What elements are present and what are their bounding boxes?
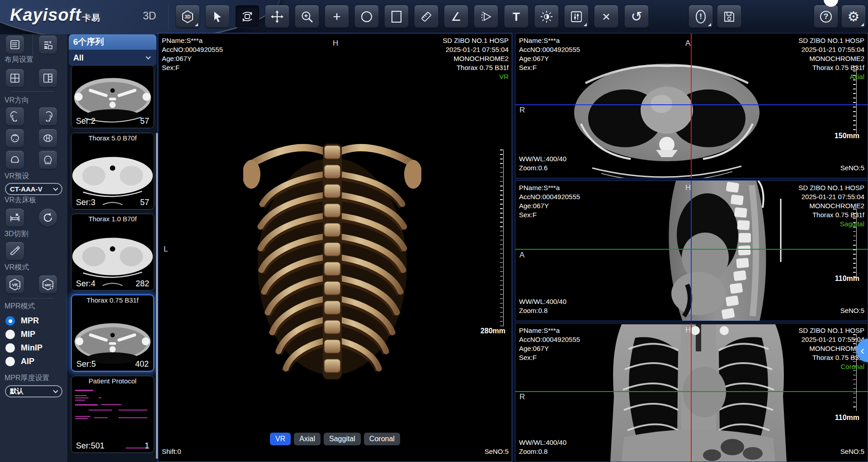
layout-close-button[interactable]: x [39,36,57,54]
reset-icon: ↺ [631,10,642,23]
orientation-marker-left: R [519,106,525,115]
angle-tool-button[interactable]: ∠ [444,5,468,28]
remove-bed-button[interactable] [6,209,24,227]
thumb-image-count: 402 [135,359,149,369]
photometric: MONOCHROME2 [798,201,864,210]
radio-dot[interactable] [5,357,15,366]
orientation-marker-top: H [685,326,691,335]
accession-number: AccNO:0004920555 [519,335,580,344]
orientation-marker-left: L [164,245,168,254]
view-type-label: Axial [798,72,864,81]
switch-coronal-button[interactable]: Coronal [364,433,400,445]
thumb-series-number: Ser:2 [76,117,95,126]
rotate-3d-icon [241,10,254,23]
brightness-tool-button[interactable] [534,5,559,28]
switch-vr-button[interactable]: VR [270,433,291,445]
axial-crosshair-vertical[interactable] [691,33,692,178]
mpr-thickness-dropdown[interactable]: 默认 [5,385,62,397]
switch-axial-button[interactable]: Axial [294,433,321,445]
save-button[interactable] [717,5,741,28]
scalpel-button[interactable] [6,242,24,260]
thumb-series-number: Ser:501 [76,441,104,451]
series-thumbnail-2[interactable]: Thorax 5.0 B70f Ser:3 57 [71,133,154,210]
radio-mip[interactable]: MIP [5,330,35,339]
vr-head-right-button[interactable] [39,107,57,126]
cobb-angle-tool-button[interactable] [474,5,498,28]
switch-sagittal-button[interactable]: Saggital [324,433,361,445]
reset-tool-button[interactable]: ↺ [624,5,649,28]
cursor-icon [212,11,223,23]
axial-ruler-label: 150mm [835,132,859,140]
cursor-tool-button[interactable] [205,5,230,28]
radio-aip[interactable]: AIP [5,357,34,366]
vr-head-left-button[interactable] [6,107,24,126]
window-level-button[interactable] [564,5,589,28]
rectangle-tool-button[interactable] [384,5,409,28]
layout-split-button[interactable] [39,69,57,87]
radio-dot[interactable] [5,330,15,339]
orientation-marker-top: H [685,183,691,192]
zoom-value: Zoom:0.8 [519,306,566,315]
layout-grid-button[interactable] [6,69,24,87]
coronal-crosshair-horizontal[interactable] [515,391,868,392]
sagittal-crosshair-horizontal[interactable] [515,249,868,250]
radio-label-minip: MinIP [21,343,42,353]
delete-tool-button[interactable]: × [594,5,618,28]
radio-dot[interactable] [5,343,15,353]
ruler-tool-button[interactable] [414,5,439,28]
zoom-tool-button[interactable] [295,5,319,28]
zoom-in-icon [301,10,313,23]
head-top-icon [9,133,20,144]
axial-viewport[interactable]: A R PName:S***a AccNO:0004920555 Age:067… [515,33,868,178]
pan-tool-button[interactable] [265,5,289,28]
radio-mpr[interactable]: MPR [5,316,39,326]
mip-hex-glyph: MIP [45,283,52,287]
ellipse-tool-button[interactable] [354,5,379,28]
3d-cube-icon: 3D [181,10,194,23]
vr-preset-value: CT-AAA-V [10,185,42,193]
series-filter-dropdown[interactable]: All [69,50,156,66]
vr-head-top-button[interactable] [6,129,24,147]
radio-dot-selected[interactable] [5,316,15,326]
settings-button[interactable]: ⚙ [841,5,866,28]
vr-ruler-label: 280mm [481,327,505,335]
sagittal-viewport[interactable]: H A PName:S***a AccNO:0004920555 Age:067… [515,180,868,321]
series-thumbnail-3[interactable]: Thorax 1.0 B70f Ser:4 282 [71,214,154,291]
orientation-marker-left: R [519,392,525,401]
pan-icon [271,10,283,23]
coronal-crosshair-vertical[interactable] [691,323,692,462]
layout-section-label: 布局设置 [5,55,33,65]
sagittal-crosshair-vertical[interactable] [691,181,692,321]
series-thumbnail-1[interactable]: Ser:2 57 [71,65,154,128]
crosshair-tool-button[interactable]: + [325,5,349,28]
head-front-icon [42,154,53,165]
coronal-viewport[interactable]: H R PName:S***a AccNO:0004920555 Age:067… [515,323,868,462]
vr-head-bottom-button[interactable] [39,129,57,147]
vr-head-back-button[interactable] [6,151,24,169]
axial-crosshair-horizontal[interactable] [515,104,868,105]
prompt-info-button[interactable]: ! [689,5,713,28]
vr-preset-dropdown[interactable]: CT-AAA-V [5,183,62,195]
vr-hex-button[interactable]: VR [6,275,24,294]
study-datetime: 2025-01-21 07:55:04 [798,45,864,54]
vr-viewport[interactable]: PName:S***a AccNO:0004920555 Age:067Y Se… [158,33,512,462]
text-tool-button[interactable]: T [504,5,528,28]
series-thumbnail-4-selected[interactable]: Thorax 0.75 B31f Ser:5 402 [71,294,154,372]
rotate-3d-tool-button[interactable] [235,5,259,28]
hospital-name: SD ZIBO NO.1 HOSP [443,36,509,45]
shift-value: Shift:0 [162,447,181,456]
layout-list-button[interactable] [6,36,24,54]
series-thumbnail-5[interactable]: Patient Protocol Ser:501 1 [71,376,154,453]
sagittal-ruler-label: 110mm [835,275,859,283]
bed-reset-button[interactable] [39,209,57,227]
hospital-name: SD ZIBO NO.1 HOSP [798,326,864,335]
help-button[interactable]: ? [814,5,838,28]
head-left-icon [9,111,20,122]
vr-hex-glyph: VR [12,283,18,287]
radio-minip[interactable]: MinIP [5,343,42,353]
grid-2x2-icon [10,73,20,83]
vr-ribcage-render [243,135,421,383]
mip-hex-button[interactable]: MIP [39,275,57,294]
vr-head-front-button[interactable] [39,151,57,169]
3d-preset-button[interactable]: 3D [175,5,200,28]
